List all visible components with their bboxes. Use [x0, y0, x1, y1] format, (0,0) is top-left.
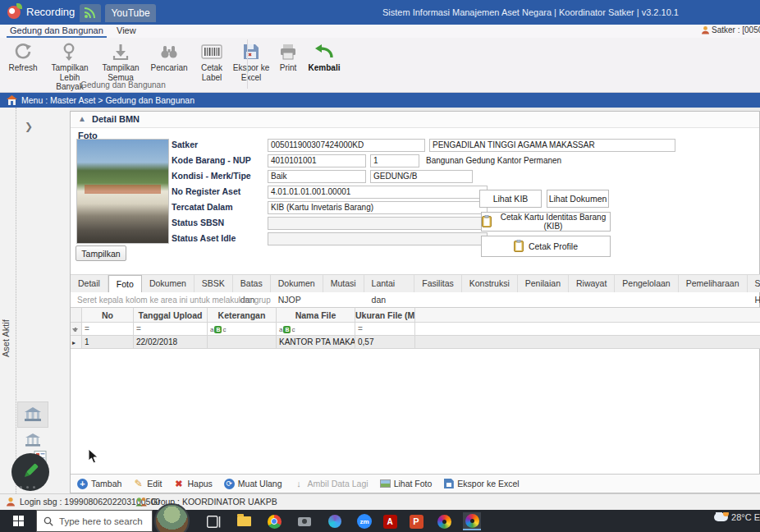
pinwheel-icon: [465, 514, 479, 528]
ambil-data-lagi-label: Ambil Data Lagi: [308, 479, 369, 488]
tab-dokumen[interactable]: Dokumen: [142, 275, 195, 292]
magnifier-more-icon: [45, 40, 94, 63]
grid-indicator-header: [71, 307, 82, 323]
col-ukuran-file[interactable]: Ukuran File (Mb): [355, 307, 415, 323]
search-icon: [43, 516, 53, 526]
download-all-icon: [99, 40, 142, 63]
col-no[interactable]: No: [82, 307, 134, 323]
file-explorer-button[interactable]: [235, 512, 253, 530]
rail-panel-label[interactable]: Aset Aktif: [1, 282, 11, 357]
cetak-label-button[interactable]: Cetak Label: [194, 39, 230, 83]
tab-fasilitas[interactable]: Fasilitas: [414, 275, 462, 292]
print-button[interactable]: Print: [272, 39, 304, 74]
tab-lantai-ruangan[interactable]: Lantai dan Ruangan: [364, 275, 415, 292]
detail-panel-header[interactable]: ▲ Detail BMN: [71, 112, 759, 128]
siman-app-button[interactable]: [435, 512, 453, 530]
kembali-button[interactable]: Kembali: [304, 39, 345, 74]
zoom-app-button[interactable]: zm: [355, 512, 373, 530]
delete-x-icon: ✖: [173, 479, 184, 489]
filter-keterangan[interactable]: aBc: [208, 323, 277, 336]
tab-pemeliharaan[interactable]: Pemeliharaan: [679, 275, 748, 292]
pencarian-button[interactable]: Pencarian: [144, 39, 194, 74]
lihat-foto-button[interactable]: Lihat Foto: [380, 479, 433, 489]
lihat-kib-button[interactable]: Lihat KIB: [479, 190, 542, 208]
camera-button[interactable]: [295, 512, 314, 530]
youtube-tab[interactable]: YouTube: [105, 4, 156, 22]
satker-name-field[interactable]: PENGADILAN TINGGI AGAMA MAKASSAR: [429, 139, 675, 152]
expander-icon: ▸: [72, 339, 76, 346]
ambil-data-lagi-button[interactable]: ↓Ambil Data Lagi: [294, 479, 369, 489]
cetak-profile-button[interactable]: Cetak Profile: [481, 236, 611, 257]
user-icon: [701, 25, 710, 34]
recorder-avatar[interactable]: [154, 503, 190, 532]
muat-ulang-button[interactable]: ⟳Muat Ulang: [224, 479, 282, 489]
merk-tipe-field[interactable]: GEDUNG/B: [370, 170, 473, 183]
col-tanggal-upload[interactable]: Tanggal Upload: [134, 307, 208, 323]
table-row[interactable]: ▸ 1 22/02/2018 KANTOR PTA MAKASSAR..jpg …: [71, 336, 760, 349]
ekspor-ke-excel-grid-button[interactable]: Ekspor ke Excel: [443, 479, 519, 489]
rail-expand-chevron-icon[interactable]: ❯: [25, 121, 33, 132]
row-expander-cell[interactable]: ▸: [71, 336, 82, 349]
mouse-cursor: [88, 449, 98, 464]
tab-mutasi[interactable]: Mutasi: [323, 275, 364, 292]
edit-button[interactable]: ✎Edit: [133, 479, 162, 489]
tab-foto[interactable]: Foto: [108, 275, 142, 292]
rss-tab[interactable]: [80, 4, 101, 22]
col-nama-file[interactable]: Nama File: [277, 307, 355, 323]
acrobat-button[interactable]: A: [381, 512, 399, 530]
tab-konstruksi[interactable]: Konstruksi: [462, 275, 518, 292]
task-view-button[interactable]: [205, 512, 223, 530]
tab-pengelolaan[interactable]: Pengelolaan: [615, 275, 678, 292]
nup-field[interactable]: 1: [370, 154, 419, 167]
recording-label: Recording: [26, 6, 75, 18]
tambah-button[interactable]: +Tambah: [77, 479, 121, 489]
powerpoint-button[interactable]: P: [407, 512, 425, 530]
status-sbsn-field[interactable]: [268, 217, 488, 230]
kode-barang-field[interactable]: 4010101001: [268, 154, 366, 167]
recorder-fab[interactable]: [11, 453, 49, 491]
tab-detail[interactable]: Detail: [71, 275, 108, 292]
col-filler: [415, 307, 760, 323]
barcode-icon: [196, 40, 227, 63]
satker-label: Satker: [172, 140, 198, 149]
tampilkan-button[interactable]: Tampilkan: [76, 245, 126, 261]
rail-asset-icon-active[interactable]: [17, 401, 48, 428]
grid-toolbar: +Tambah ✎Edit ✖Hapus ⟳Muat Ulang ↓Ambil …: [71, 474, 760, 493]
tab-riwayat[interactable]: Riwayat: [569, 275, 615, 292]
weather-widget[interactable]: 28°C E: [714, 512, 760, 522]
filter-nama-file[interactable]: aBc: [277, 323, 355, 336]
satker-code-field[interactable]: 005011900307424000KD: [268, 139, 425, 152]
tercatat-field[interactable]: KIB (Kartu Invetaris Barang): [268, 201, 488, 214]
siman-app-button-active[interactable]: [463, 512, 481, 530]
tab-penilaian[interactable]: Penilaian: [518, 275, 569, 292]
ekspor-ke-excel-button[interactable]: Ekspor ke Excel: [230, 39, 272, 83]
tampilkan-semua-button[interactable]: Tampilkan Semua: [97, 39, 144, 83]
cell-tanggal: 22/02/2018: [134, 336, 208, 349]
status-idle-field[interactable]: [268, 232, 488, 245]
grid-group-hint: Seret kepala kolom ke area ini untuk mel…: [77, 296, 271, 305]
tab-batas-gps[interactable]: Batas dan GPS: [233, 275, 271, 292]
filter-no[interactable]: =: [82, 323, 134, 336]
group-users-icon: [135, 497, 147, 507]
tab-sbsk[interactable]: SBSK: [195, 275, 233, 292]
hapus-button[interactable]: ✖Hapus: [173, 479, 212, 489]
filter-ukuran[interactable]: =: [355, 323, 415, 336]
lihat-dokumen-button[interactable]: Lihat Dokumen: [547, 190, 609, 208]
photos-button[interactable]: [326, 512, 344, 530]
refresh-button[interactable]: Refresh: [3, 39, 43, 74]
filter-tanggal[interactable]: =: [134, 323, 208, 336]
ribbon-tab-row: Gedung dan Bangunan View Satker : [0050: [0, 25, 760, 38]
tab-dokumen-njop[interactable]: Dokumen NJOP: [271, 275, 323, 292]
satker-badge: Satker : [0050: [701, 25, 760, 38]
photos-icon: [328, 515, 341, 528]
no-register-field[interactable]: 4.01.01.01.001.00001: [268, 186, 488, 199]
col-keterangan[interactable]: Keterangan: [208, 307, 277, 323]
cetak-kib-button[interactable]: Cetak Kartu Identitas Barang (KIB): [481, 212, 611, 232]
taskbar-search[interactable]: Type here to search: [36, 510, 153, 532]
kondisi-field[interactable]: Baik: [268, 170, 366, 183]
tab-status-hukum[interactable]: Status Hukum: [748, 275, 760, 292]
chrome-button[interactable]: [265, 512, 283, 530]
start-button[interactable]: [0, 510, 36, 532]
ribbon-tab-view[interactable]: View: [113, 25, 140, 38]
ribbon-tab-gedung[interactable]: Gedung dan Bangunan: [7, 25, 107, 38]
